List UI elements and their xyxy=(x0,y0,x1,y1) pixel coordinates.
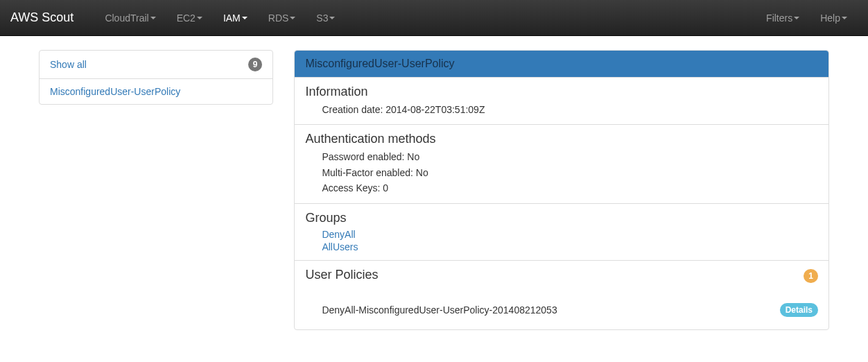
nav-ec2[interactable]: EC2 xyxy=(166,2,213,34)
nav-s3[interactable]: S3 xyxy=(306,2,345,34)
panel-title: MisconfiguredUser-UserPolicy xyxy=(305,58,454,69)
caret-icon xyxy=(242,17,248,19)
panel-title-bar: MisconfiguredUser-UserPolicy xyxy=(295,51,828,77)
caret-icon xyxy=(290,17,295,19)
caret-icon xyxy=(150,17,156,19)
sidebar-item[interactable]: MisconfiguredUser-UserPolicy xyxy=(40,79,272,104)
nav-label: Filters xyxy=(766,12,792,24)
section-groups: Groups DenyAll AllUsers xyxy=(295,203,828,260)
nav-filters[interactable]: Filters xyxy=(756,2,810,34)
nav-cloudtrail[interactable]: CloudTrail xyxy=(94,2,166,34)
policy-row: DenyAll-MisconfiguredUser-UserPolicy-201… xyxy=(305,298,818,322)
nav-rds[interactable]: RDS xyxy=(258,2,306,34)
info-creation-date: Creation date: 2014-08-22T03:51:09Z xyxy=(322,102,818,117)
nav-label: CloudTrail xyxy=(105,12,148,24)
sidebar-item-label: MisconfiguredUser-UserPolicy xyxy=(50,86,180,97)
section-heading: User Policies xyxy=(305,268,378,282)
nav-label: EC2 xyxy=(177,12,196,24)
sidebar-show-all[interactable]: Show all 9 xyxy=(40,51,272,79)
section-user-policies: User Policies 1 DenyAll-MisconfiguredUse… xyxy=(295,260,828,329)
section-heading: Information xyxy=(305,85,818,99)
group-link[interactable]: AllUsers xyxy=(322,241,818,253)
caret-icon xyxy=(842,17,847,19)
nav-label: RDS xyxy=(268,12,289,24)
nav-help[interactable]: Help xyxy=(810,2,858,34)
policy-name: DenyAll-MisconfiguredUser-UserPolicy-201… xyxy=(322,304,557,316)
nav-label: Help xyxy=(820,12,840,24)
sidebar-show-all-label: Show all xyxy=(50,59,87,70)
auth-password: Password enabled: No xyxy=(322,149,818,164)
auth-keys: Access Keys: 0 xyxy=(322,180,818,196)
policies-count-badge: 1 xyxy=(804,269,818,283)
section-heading: Groups xyxy=(305,211,818,225)
sidebar-count-badge: 9 xyxy=(248,58,263,71)
section-information: Information Creation date: 2014-08-22T03… xyxy=(295,77,828,124)
section-auth: Authentication methods Password enabled:… xyxy=(295,124,828,202)
nav-label: IAM xyxy=(223,12,241,24)
nav-iam[interactable]: IAM xyxy=(213,2,258,34)
group-link[interactable]: DenyAll xyxy=(322,228,818,241)
detail-panel: MisconfiguredUser-UserPolicy Information… xyxy=(294,50,829,330)
caret-icon xyxy=(329,17,335,19)
details-button[interactable]: Details xyxy=(780,303,818,317)
brand[interactable]: AWS Scout xyxy=(10,0,84,35)
auth-mfa: Multi-Factor enabled: No xyxy=(322,165,818,180)
section-heading: Authentication methods xyxy=(305,132,818,146)
sidebar-list: Show all 9 MisconfiguredUser-UserPolicy xyxy=(39,50,273,105)
nav-label: S3 xyxy=(316,12,328,24)
top-navbar: AWS Scout CloudTrail EC2 IAM RDS S3 Filt… xyxy=(0,0,868,36)
caret-icon xyxy=(794,17,799,19)
caret-icon xyxy=(197,17,202,19)
